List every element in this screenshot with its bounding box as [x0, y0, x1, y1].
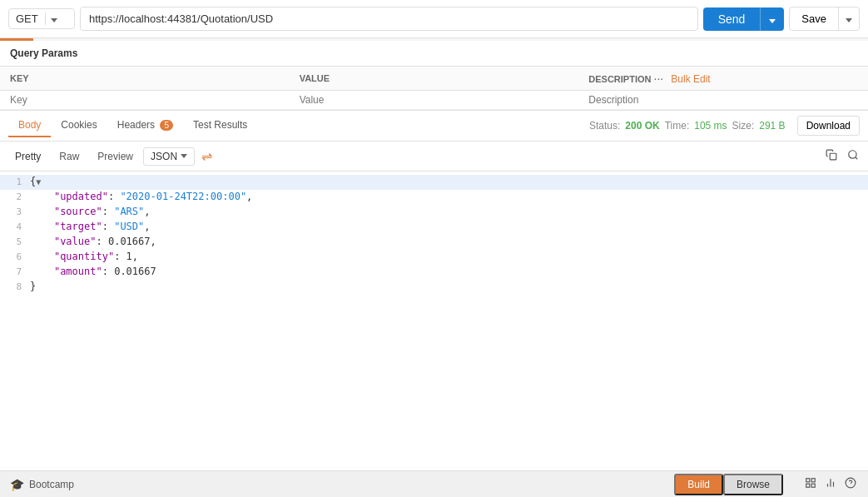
line-content: {▼ — [30, 176, 868, 187]
send-chevron-icon — [769, 19, 776, 23]
line-number: 7 — [0, 266, 30, 277]
line-number: 5 — [0, 236, 30, 247]
format-value: JSON — [151, 151, 177, 162]
browse-tab[interactable]: Browse — [723, 474, 783, 495]
view-raw-button[interactable]: Raw — [51, 147, 87, 166]
token-num: 1 — [126, 251, 132, 262]
svg-rect-6 — [811, 484, 815, 487]
code-line-6: 6 "quantity": 1, — [0, 250, 868, 265]
col-description: DESCRIPTION ··· Bulk Edit — [578, 67, 868, 91]
token-space — [30, 236, 54, 247]
bootcamp-label: Bootcamp — [29, 479, 74, 490]
line-content: "value": 0.01667, — [30, 236, 868, 247]
code-line-5: 5 "value": 0.01667, — [0, 235, 868, 250]
collapse-arrow-icon[interactable]: ▼ — [36, 177, 41, 186]
token-space — [30, 191, 54, 202]
save-button-arrow[interactable] — [838, 7, 859, 30]
method-chevron — [45, 12, 57, 25]
method-select[interactable]: GET — [8, 8, 75, 29]
svg-rect-0 — [830, 153, 836, 160]
bootcamp-icon: 🎓 — [10, 478, 24, 491]
code-line-4: 4 "target": "USD", — [0, 220, 868, 235]
more-button[interactable]: ··· — [654, 72, 664, 85]
bootcamp-section: 🎓 Bootcamp — [10, 478, 74, 491]
svg-point-1 — [849, 151, 856, 158]
line-number: 6 — [0, 251, 30, 262]
col-key: KEY — [0, 67, 290, 91]
line-content: "source": "ARS", — [30, 206, 868, 217]
view-preview-button[interactable]: Preview — [89, 147, 141, 166]
send-button[interactable]: Send — [703, 7, 785, 31]
chevron-down-icon — [51, 18, 57, 22]
token-key: "source" — [54, 206, 102, 217]
tab-body[interactable]: Body — [8, 114, 51, 137]
token-space — [30, 206, 54, 217]
svg-line-2 — [856, 157, 858, 160]
toolbar-right — [823, 147, 861, 166]
svg-rect-3 — [806, 479, 810, 482]
params-table: KEY VALUE DESCRIPTION ··· Bulk Edit — [0, 66, 868, 110]
line-content: "quantity": 1, — [30, 251, 868, 262]
token-plain: : — [96, 236, 107, 247]
token-plain: , — [144, 221, 150, 232]
token-brace: } — [30, 281, 36, 292]
token-key: "value" — [54, 236, 97, 247]
bottom-tabs: Build Browse — [674, 474, 783, 495]
token-space — [30, 266, 54, 277]
query-params-section: Query Params KEY VALUE DESCRIPTION ··· B… — [0, 41, 868, 110]
value-input[interactable] — [300, 94, 569, 106]
tab-cookies[interactable]: Cookies — [51, 114, 107, 137]
token-str: "2020-01-24T22:00:00" — [120, 191, 246, 202]
code-line-1: 1{▼ — [0, 175, 868, 190]
line-content: "updated": "2020-01-24T22:00:00", — [30, 191, 868, 202]
download-button[interactable]: Download — [797, 116, 860, 136]
token-str: "USD" — [114, 221, 144, 232]
headers-badge: 5 — [160, 120, 173, 131]
description-input[interactable] — [588, 94, 858, 106]
grid-icon-button[interactable] — [803, 475, 818, 493]
status-code: 200 OK — [625, 120, 659, 132]
format-chevron-icon — [181, 154, 187, 158]
response-bar: Body Cookies Headers 5 Test Results Stat… — [0, 110, 868, 142]
line-number: 8 — [0, 281, 30, 292]
size-label: Size: — [732, 120, 755, 132]
url-input[interactable] — [80, 7, 698, 31]
token-key: "updated" — [54, 191, 108, 202]
token-plain: , — [132, 251, 138, 262]
build-tab[interactable]: Build — [674, 474, 723, 495]
save-button[interactable]: Save — [789, 7, 860, 31]
tab-headers[interactable]: Headers 5 — [107, 114, 183, 137]
token-plain: : — [102, 221, 114, 232]
format-select[interactable]: JSON — [143, 147, 195, 166]
search-button[interactable] — [845, 147, 861, 166]
key-input[interactable] — [10, 94, 280, 106]
code-line-8: 8} — [0, 280, 868, 295]
chart-icon-button[interactable] — [823, 475, 838, 493]
status-label: Status: — [589, 120, 620, 132]
token-plain: , — [151, 236, 156, 247]
token-key: "quantity" — [54, 251, 114, 262]
json-content: 1{▼2 "updated": "2020-01-24T22:00:00",3 … — [0, 171, 868, 470]
token-num: 0.01667 — [114, 266, 156, 277]
copy-button[interactable] — [823, 147, 840, 166]
wrap-button[interactable]: ⇌ — [196, 145, 217, 167]
size-value: 291 B — [759, 120, 785, 132]
token-plain: : — [108, 191, 120, 202]
time-label: Time: — [665, 120, 690, 132]
bottom-icons — [803, 475, 858, 493]
help-icon-button[interactable] — [843, 475, 858, 493]
save-chevron-icon — [846, 18, 852, 22]
col-value: VALUE — [290, 67, 579, 91]
line-number: 4 — [0, 221, 30, 232]
token-plain: , — [246, 191, 252, 202]
response-tabs: Body Cookies Headers 5 Test Results — [8, 114, 589, 137]
token-plain: : — [102, 206, 114, 217]
token-plain: : — [114, 251, 126, 262]
tab-test-results[interactable]: Test Results — [183, 114, 257, 137]
token-num: 0.01667 — [108, 236, 151, 247]
view-pretty-button[interactable]: Pretty — [7, 147, 49, 166]
bulk-edit-button[interactable]: Bulk Edit — [671, 73, 710, 85]
send-button-arrow[interactable] — [760, 7, 784, 31]
code-toolbar: Pretty Raw Preview JSON ⇌ — [0, 142, 868, 171]
top-bar: GET Send Save — [0, 0, 868, 38]
